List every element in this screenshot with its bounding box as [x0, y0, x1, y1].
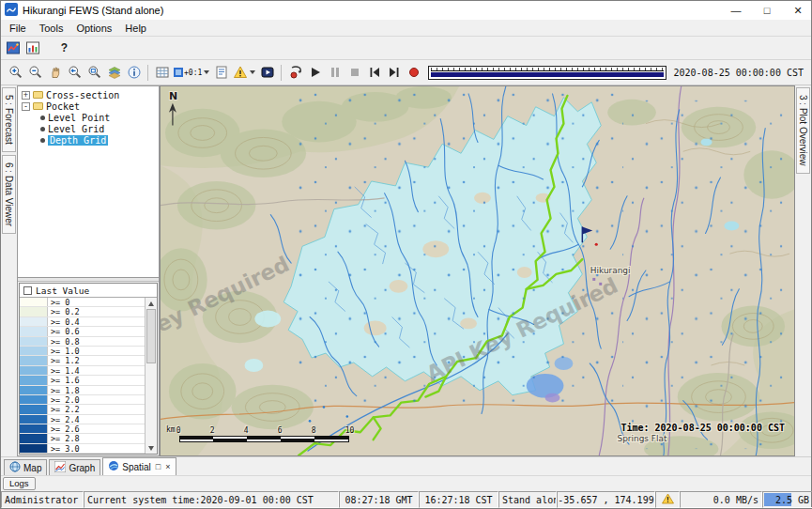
tab-data-viewer[interactable]: 6 : Data Viewer	[2, 155, 16, 234]
movie-player-button[interactable]	[257, 63, 277, 83]
scrollbar-thumb[interactable]	[146, 309, 156, 363]
tree-item-label: Cross-section	[46, 90, 119, 100]
legend-row: >= 1.0	[20, 347, 145, 356]
locality-label: Springs Flat	[618, 434, 667, 443]
tree-item-label: Depth Grid	[48, 135, 108, 146]
menu-item[interactable]: Tools	[33, 22, 70, 35]
main-toolbar: ?	[1, 37, 811, 60]
zoom-in-button[interactable]	[6, 63, 25, 83]
legend-swatch	[20, 424, 48, 433]
timeseries-display-icon[interactable]	[23, 39, 43, 58]
legend-swatch	[20, 376, 48, 384]
pan-hand-button[interactable]	[45, 63, 65, 83]
legend-row: >= 0.2	[20, 307, 145, 316]
zoom-extent-button[interactable]	[84, 63, 104, 83]
legend-swatch	[20, 307, 48, 316]
minimize-button[interactable]: —	[723, 1, 749, 20]
status-gmt-time: 08:27:18 GMT	[339, 491, 419, 508]
legend-swatch	[20, 337, 48, 346]
bullet-icon	[40, 138, 45, 143]
app-icon	[5, 3, 18, 18]
close-tab-icon[interactable]: ×	[165, 462, 170, 471]
warning-threshold-dropdown[interactable]	[231, 63, 257, 83]
map-scale-bar: km 0246810	[166, 425, 382, 442]
stop-button[interactable]	[345, 63, 364, 83]
status-mode: Stand alone	[498, 491, 557, 508]
toolbar-separator	[147, 65, 148, 81]
toolbar-separator	[281, 65, 282, 81]
menu-item[interactable]: Options	[69, 22, 118, 35]
step-first-button[interactable]	[364, 63, 384, 83]
layers-button[interactable]	[104, 63, 124, 83]
expand-icon[interactable]: +	[22, 91, 30, 100]
play-button[interactable]	[305, 63, 325, 83]
legend-swatch	[20, 298, 48, 306]
status-warning[interactable]	[655, 491, 680, 508]
current-time-button[interactable]	[285, 63, 305, 83]
last-value-checkbox[interactable]	[23, 286, 32, 295]
close-button[interactable]: ✕	[785, 1, 811, 20]
tree-item-level-grid[interactable]: Level Grid	[18, 123, 159, 134]
collapse-icon[interactable]: -	[22, 102, 30, 111]
scroll-down-icon[interactable]	[146, 442, 157, 454]
menu-item[interactable]: File	[3, 22, 33, 35]
profile-display-button[interactable]	[211, 63, 231, 83]
folder-icon	[33, 91, 43, 99]
warning-icon	[662, 493, 674, 506]
legend-panel: Last Value >= 0 >= 0.2	[19, 283, 158, 455]
map-viewport[interactable]: API Key Required API Key Required Hikura…	[160, 85, 795, 456]
logs-row: Logs	[1, 475, 811, 491]
logs-button[interactable]: Logs	[3, 477, 36, 490]
north-label: N	[169, 90, 177, 102]
tab-forecast[interactable]: 5 : Forecast	[2, 87, 16, 152]
step-last-button[interactable]	[384, 63, 404, 83]
scroll-up-icon[interactable]	[146, 298, 157, 309]
tab-spatial-label: Spatial	[122, 462, 151, 472]
legend-swatch	[20, 356, 48, 364]
tab-plot-overview[interactable]: 3 : Plot Overview	[796, 87, 810, 174]
folder-icon	[33, 102, 43, 110]
title-bar: Hikurangi FEWS (Stand alone) — □ ✕	[1, 1, 811, 20]
legend-row: >= 3.0	[20, 444, 145, 454]
zoom-previous-button[interactable]	[65, 63, 84, 83]
legend-scrollbar[interactable]	[145, 298, 157, 454]
maximize-button[interactable]: □	[754, 1, 780, 20]
map-display-icon[interactable]	[4, 39, 23, 58]
info-button[interactable]	[124, 63, 144, 83]
tree-item-cross-section[interactable]: + Cross-section	[18, 89, 159, 100]
tree-item-level-point[interactable]: Level Point	[18, 112, 159, 123]
tab-graph[interactable]: Graph	[49, 459, 100, 475]
legend-swatch	[20, 415, 48, 424]
time-slider[interactable]	[428, 66, 666, 80]
legend-row: >= 2.4	[20, 415, 145, 424]
spatial-toolbar: +0:1	[1, 60, 811, 85]
time-interval-dropdown[interactable]: +0:1	[172, 63, 211, 83]
legend-label: >= 0.2	[48, 307, 80, 316]
tree-item-depth-grid[interactable]: Depth Grid	[18, 134, 159, 146]
tab-map[interactable]: Map	[4, 459, 47, 475]
tab-spatial[interactable]: Spatial □ ×	[102, 457, 176, 475]
legend-label: >= 1.4	[48, 366, 80, 375]
legend-swatch	[20, 395, 48, 404]
scale-tick-label: 0	[176, 426, 210, 436]
last-value-label: Last Value	[36, 285, 89, 296]
legend-row: >= 0.4	[20, 317, 145, 327]
panel-splitter[interactable]	[18, 278, 159, 282]
help-button[interactable]: ?	[54, 39, 74, 58]
legend-row: >= 2.6	[20, 424, 145, 434]
float-tab-icon[interactable]: □	[156, 462, 161, 471]
pause-button[interactable]	[325, 63, 345, 83]
tree-item-pocket[interactable]: - Pocket	[18, 100, 159, 112]
zoom-out-button[interactable]	[25, 63, 45, 83]
grid-display-button[interactable]	[152, 63, 172, 83]
current-datetime-label: 2020-08-25 00:00:00 CST	[671, 68, 806, 78]
legend-row: >= 2.8	[20, 434, 145, 443]
legend-row: >= 0.6	[20, 327, 145, 336]
legend-label: >= 0	[48, 298, 69, 306]
legend-label: >= 2.0	[48, 395, 80, 404]
map-canvas[interactable]: API Key Required API Key Required Hikura…	[161, 86, 794, 455]
app-window: Hikurangi FEWS (Stand alone) — □ ✕ FileT…	[0, 0, 812, 509]
scrollbar-track[interactable]	[146, 309, 157, 442]
menu-item[interactable]: Help	[118, 22, 153, 35]
record-movie-button[interactable]	[404, 63, 423, 83]
